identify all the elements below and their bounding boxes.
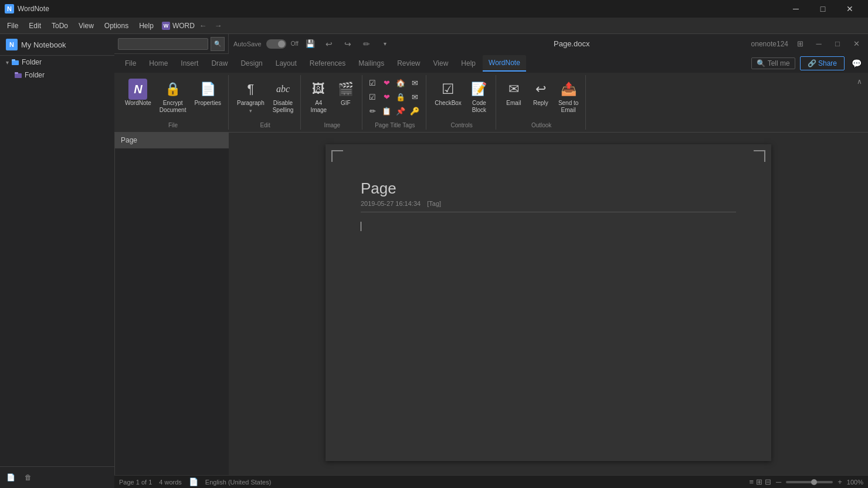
dropdown-button[interactable]: ▾ xyxy=(378,37,392,51)
header-maximize[interactable]: □ xyxy=(830,37,845,51)
tag-lock[interactable]: 🔒 xyxy=(395,92,406,102)
zoom-minus-button[interactable]: ─ xyxy=(774,477,784,486)
email-button[interactable]: ✉ Email xyxy=(501,77,527,109)
disable-spelling-button[interactable]: abc Disable Spelling xyxy=(269,77,297,116)
tab-insert[interactable]: Insert xyxy=(175,56,204,71)
autosave-label: AutoSave xyxy=(233,40,262,48)
new-page-button[interactable]: 📄 xyxy=(4,470,18,484)
tab-review[interactable]: Review xyxy=(391,56,426,71)
menu-options[interactable]: Options xyxy=(100,19,133,32)
email-icon: ✉ xyxy=(504,80,523,99)
sidebar-folder-1[interactable]: ▾ Folder xyxy=(0,56,114,69)
app-icon: N xyxy=(5,4,14,13)
ribbon: N WordNote 🔒 Encrypt Document 📄 Properti… xyxy=(114,73,868,133)
tab-home[interactable]: Home xyxy=(143,56,174,71)
reply-button[interactable]: ↩ Reply xyxy=(528,77,554,109)
view-normal-button[interactable]: ≡ xyxy=(749,477,754,486)
ribbon-group-tags-content: ☑ ❤ 🏠 ✉ ☑ ❤ 🔒 ✉ ✏ 📋 📌 xyxy=(367,75,422,121)
menu-view[interactable]: View xyxy=(74,19,99,32)
wordnote-button[interactable]: N WordNote xyxy=(121,77,155,109)
a4-image-label: A4 Image xyxy=(310,100,327,114)
tab-layout[interactable]: Layout xyxy=(270,56,303,71)
page-content[interactable] xyxy=(361,222,736,339)
notebook-header: N My Notebook xyxy=(0,34,114,56)
word-count: 4 words xyxy=(159,479,182,486)
menu-help[interactable]: Help xyxy=(134,19,158,32)
share-button[interactable]: 🔗 Share xyxy=(800,56,845,70)
tab-mailings[interactable]: Mailings xyxy=(352,56,390,71)
properties-button[interactable]: 📄 Properties xyxy=(191,77,225,109)
properties-label: Properties xyxy=(194,100,221,107)
a4-image-button[interactable]: 🖼 A4 Image xyxy=(306,77,331,116)
chevron-down-icon: ▾ xyxy=(6,59,9,66)
redo-button[interactable]: ↪ xyxy=(341,37,355,51)
nav-back-button[interactable]: ← xyxy=(196,19,210,33)
tag-clipboard[interactable]: 📋 xyxy=(381,106,392,116)
document-area[interactable]: Page 2019-05-27 16:14:34 [Tag] xyxy=(229,133,868,475)
autosave-toggle[interactable] xyxy=(266,39,286,49)
minimize-button[interactable]: ─ xyxy=(782,0,809,18)
tag-key[interactable]: 🔑 xyxy=(409,106,420,116)
view-grid-button[interactable]: ⊞ xyxy=(756,477,762,486)
checkbox-button[interactable]: ☑ CheckBox xyxy=(431,77,465,109)
gif-icon: 🎬 xyxy=(336,80,355,99)
tag-checkbox-2[interactable]: ☑ xyxy=(367,92,378,102)
comment-button[interactable]: 💬 xyxy=(849,56,863,70)
menu-file[interactable]: File xyxy=(2,19,23,32)
tab-wordnote[interactable]: WordNote xyxy=(483,55,526,72)
ribbon-group-controls: ☑ CheckBox 📝 Code Block Controls xyxy=(428,75,496,130)
sidebar-folder-2[interactable]: Folder xyxy=(0,69,114,82)
encrypt-label: Encrypt Document xyxy=(160,100,187,114)
search-input[interactable] xyxy=(118,38,208,50)
pages-panel: Page xyxy=(114,133,229,475)
zoom-slider[interactable] xyxy=(786,481,833,483)
search-tell-bar[interactable]: 🔍 Tell me xyxy=(751,57,795,69)
tag-heart[interactable]: ❤ xyxy=(381,77,392,88)
ribbon-tabs: File Home Insert Draw Design Layout Refe… xyxy=(114,54,868,73)
tag-home[interactable]: 🏠 xyxy=(395,77,406,88)
pen-button[interactable]: ✏ xyxy=(360,37,374,51)
nav-forward-button[interactable]: → xyxy=(211,19,225,33)
tag-pin[interactable]: 📌 xyxy=(395,106,406,116)
menu-edit[interactable]: Edit xyxy=(24,19,46,32)
search-button[interactable]: 🔍 xyxy=(211,37,225,51)
page-item[interactable]: Page xyxy=(115,133,229,148)
tag-checkbox-1[interactable]: ☑ xyxy=(367,77,378,88)
send-to-email-button[interactable]: 📤 Send to Email xyxy=(555,77,582,116)
tab-help[interactable]: Help xyxy=(455,56,482,71)
delete-button[interactable]: 🗑 xyxy=(21,470,35,484)
view-split-button[interactable]: ⊟ xyxy=(765,477,771,486)
maximize-button[interactable]: □ xyxy=(809,0,836,18)
gif-button[interactable]: 🎬 GIF xyxy=(333,77,358,109)
sidebar-bottom: 📄 🗑 xyxy=(0,466,114,488)
header-minimize[interactable]: ─ xyxy=(812,37,826,51)
header-close[interactable]: ✕ xyxy=(849,37,863,51)
encrypt-document-button[interactable]: 🔒 Encrypt Document xyxy=(156,77,190,116)
ribbon-group-outlook: ✉ Email ↩ Reply 📤 Send to Email xyxy=(497,75,586,130)
zoom-plus-button[interactable]: + xyxy=(835,477,845,486)
page-date: 2019-05-27 16:14:34 [Tag] xyxy=(361,200,736,212)
document-mode-icon[interactable]: 📄 xyxy=(189,477,198,486)
tag-heart-2[interactable]: ❤ xyxy=(381,92,392,102)
tag-mail-2[interactable]: ✉ xyxy=(409,92,420,102)
tag-mail-1[interactable]: ✉ xyxy=(409,77,420,88)
svg-rect-3 xyxy=(15,72,18,74)
autosave-bar: AutoSave Off 💾 ↩ ↪ ✏ ▾ Page.docx onenote… xyxy=(229,34,868,54)
grid-icon[interactable]: ⊞ xyxy=(793,37,807,51)
paragraph-button[interactable]: ¶ Paragraph ▾ xyxy=(233,77,268,116)
tab-references[interactable]: References xyxy=(304,56,351,71)
tag-edit[interactable]: ✏ xyxy=(367,106,378,116)
menu-todo[interactable]: ToDo xyxy=(47,19,73,32)
ribbon-collapse-button[interactable]: ∧ xyxy=(855,75,864,88)
code-block-button[interactable]: 📝 Code Block xyxy=(466,77,492,116)
wordnote-label: WordNote xyxy=(125,100,151,107)
close-button[interactable]: ✕ xyxy=(836,0,863,18)
tab-draw[interactable]: Draw xyxy=(205,56,233,71)
undo-button[interactable]: ↩ xyxy=(322,37,336,51)
tab-design[interactable]: Design xyxy=(235,56,268,71)
page-corner-tl xyxy=(331,150,343,162)
tab-file[interactable]: File xyxy=(119,56,142,71)
tab-view[interactable]: View xyxy=(428,56,455,71)
save-button[interactable]: 💾 xyxy=(303,37,317,51)
paragraph-label: Paragraph xyxy=(237,100,265,107)
